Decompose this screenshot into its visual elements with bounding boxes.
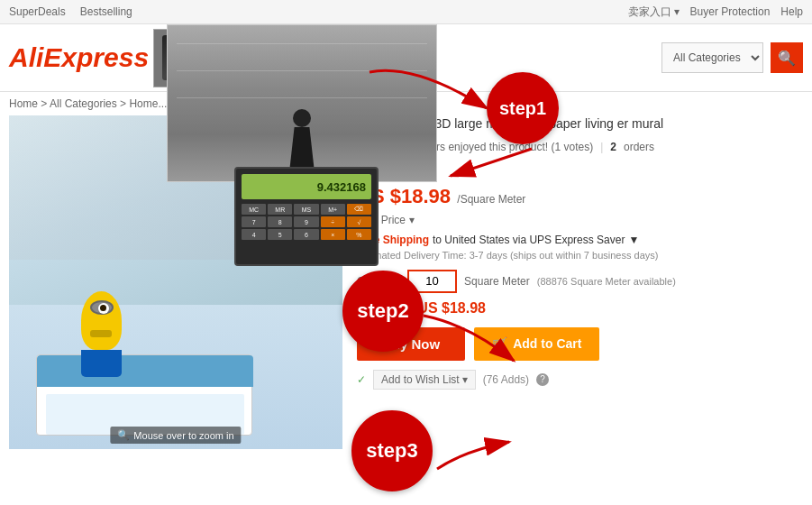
rating-percent: 100.0% xyxy=(357,141,394,153)
bulk-price[interactable]: Bulk Price ▾ xyxy=(357,214,799,226)
checkmark-icon: ✓ xyxy=(357,373,366,386)
tape-measure xyxy=(162,35,225,80)
seller-portal-chevron: ▾ xyxy=(674,5,680,18)
bestselling-link[interactable]: Bestselling xyxy=(80,5,132,18)
bulk-price-chevron: ▾ xyxy=(409,214,415,226)
orders-label: orders xyxy=(624,141,654,153)
product-details: pping Pe...ed 3D large murals wallpaper … xyxy=(353,115,803,449)
wishlist-label: Add to Wish List xyxy=(381,373,460,386)
logo[interactable]: AliExpress xyxy=(9,42,144,73)
buy-now-button[interactable]: Buy Now xyxy=(357,327,465,361)
top-nav-right: 卖家入口 ▾ Buyer Protection Help xyxy=(628,5,803,20)
bulk-price-label: Bulk Price xyxy=(357,214,406,226)
wishlist-row: ✓ Add to Wish List ▾ (76 Adds) ? xyxy=(357,370,799,390)
minion-mouth xyxy=(90,330,112,337)
zoom-icon: 🔍 xyxy=(117,429,130,441)
price-main: US $18.98 xyxy=(357,185,451,207)
product-title: pping Pe...ed 3D large murals wallpaper … xyxy=(357,115,799,133)
price-unit: /Square Meter xyxy=(457,193,525,206)
tape-reel xyxy=(167,41,198,73)
category-select[interactable]: All Categories xyxy=(661,42,763,73)
search-icon: 🔍 xyxy=(778,50,796,67)
adds-count: (76 Adds) xyxy=(483,373,529,386)
price-main-row: US $18.98 /Square Meter xyxy=(357,185,799,208)
minion-eye xyxy=(98,303,109,314)
main-content: 🔍 Mouse over to zoom in pping Pe...ed 3D… xyxy=(0,115,812,449)
minion-goggles xyxy=(90,300,114,315)
seller-portal[interactable]: 卖家入口 ▾ xyxy=(628,5,680,20)
quantity-available: (88876 Square Meter available) xyxy=(537,276,676,287)
separator: | xyxy=(600,141,603,153)
delivery-row: Estimated Delivery Time: 3-7 days (ships… xyxy=(357,250,799,261)
help-icon[interactable]: ? xyxy=(536,373,549,386)
add-to-cart-label: Add to Cart xyxy=(513,336,581,351)
total-row: Total Price: US $18.98 xyxy=(357,300,799,317)
tape-label xyxy=(205,51,223,62)
quantity-row: Quantity: Square Meter (88876 Square Met… xyxy=(357,270,799,293)
add-to-cart-button[interactable]: 🛒 Add to Cart xyxy=(474,327,599,361)
quantity-input[interactable] xyxy=(407,270,457,293)
zoom-label: 🔍 Mouse over to zoom in xyxy=(110,427,241,444)
total-label: Total Price: xyxy=(357,302,410,315)
product-images: 🔍 Mouse over to zoom in xyxy=(9,115,342,449)
quantity-unit: Square Meter xyxy=(464,275,530,288)
main-product-image: 🔍 Mouse over to zoom in xyxy=(9,115,342,449)
minion-character xyxy=(81,291,122,377)
wishlist-chevron: ▾ xyxy=(462,373,468,386)
orders-count: 2 xyxy=(610,141,616,153)
breadcrumb: Home > All Categories > Home... xyxy=(0,92,812,115)
bed-headboard xyxy=(37,355,253,387)
action-buttons: Buy Now 🛒 Add to Cart xyxy=(357,327,799,361)
minion-pupil xyxy=(100,305,106,311)
rating-row: 100.0% of buyers enjoyed this product! (… xyxy=(357,141,799,153)
wishlist-button[interactable]: Add to Wish List ▾ xyxy=(373,370,476,390)
top-nav: SuperDeals Bestselling 卖家入口 ▾ Buyer Prot… xyxy=(0,0,812,24)
search-area: All Categories 🔍 xyxy=(524,42,804,73)
shipping-dropdown-icon[interactable]: ▼ xyxy=(628,234,639,246)
breadcrumb-text: Home > All Categories > Home... xyxy=(9,97,167,110)
help-link[interactable]: Help xyxy=(780,5,803,18)
superdeals-link[interactable]: SuperDeals xyxy=(9,5,66,18)
total-price: US $18.98 xyxy=(417,300,486,317)
shipping-free-label: Free Shipping xyxy=(357,234,429,246)
quantity-label: Quantity: xyxy=(357,275,400,288)
seller-portal-label: 卖家入口 xyxy=(628,5,671,20)
search-button[interactable]: 🔍 xyxy=(771,42,803,73)
shipping-row: Free Shipping to United States via UPS E… xyxy=(357,234,799,246)
delivery-text: Estimated Delivery Time: 3-7 days (ships… xyxy=(357,250,658,261)
buyer-protection-link[interactable]: Buyer Protection xyxy=(690,5,771,18)
minion-pants xyxy=(81,350,122,377)
shipping-via: to United States via UPS Express Saver xyxy=(433,234,625,246)
cart-icon: 🛒 xyxy=(492,336,507,351)
price-row: 9.432168 US $18.98 /Square Meter xyxy=(357,162,799,208)
zoom-text: Mouse over to zoom in xyxy=(133,430,233,441)
minion-body xyxy=(81,291,122,350)
rating-text: of buyers enjoyed this product! (1 votes… xyxy=(401,141,593,153)
header: AliExpress All Categories 🔍 xyxy=(0,24,812,92)
bed xyxy=(36,354,252,436)
price-number-display: 9.432168 xyxy=(357,162,415,181)
top-nav-left: SuperDeals Bestselling xyxy=(9,5,132,18)
wall-bg xyxy=(9,115,342,260)
header-product-thumbnail xyxy=(153,29,234,87)
logo-text: AliExpress xyxy=(9,42,144,73)
